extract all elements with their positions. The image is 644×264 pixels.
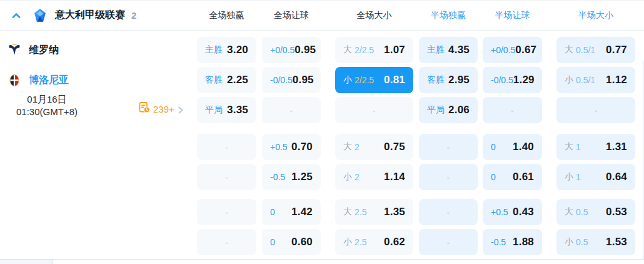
odds-value: 3.20 [227, 44, 248, 56]
odds-value: 1.29 [513, 74, 535, 86]
odds-cell[interactable]: 大20.75 [335, 134, 413, 160]
odds-value: 1.42 [291, 206, 313, 218]
odds-cell[interactable]: 平局2.06 [419, 97, 478, 123]
handicap-line: 2 [355, 142, 360, 152]
over-under-prefix: 大 [565, 206, 573, 218]
home-team-crest-icon [8, 43, 21, 57]
odds-cell[interactable]: 大0.5/10.77 [556, 37, 635, 63]
odds-cell[interactable]: 小2.50.62 [335, 229, 413, 255]
odds-cell-empty: - [197, 199, 256, 225]
odds-cell[interactable]: 平局3.35 [197, 97, 256, 123]
odds-label: +0/0.5 [491, 45, 515, 55]
odds-value: 0.60 [291, 236, 313, 248]
odds-value: 2.25 [227, 74, 248, 86]
odds-cell[interactable]: -0/0.51.29 [483, 67, 542, 93]
odds-value: 0.61 [513, 171, 534, 183]
empty-odds-dash: - [225, 173, 228, 182]
odds-grid: 主胜3.20+0/0.50.95大2/2.51.07主胜4.35+0/0.50.… [197, 31, 644, 259]
odds-cell-empty: - [197, 164, 256, 190]
handicap-line: 2.5 [355, 237, 366, 247]
league-header-left: 意大利甲级联赛 2 [0, 8, 197, 23]
odds-label: +0.5 [491, 207, 508, 217]
odds-cell[interactable]: 小0.51.53 [556, 229, 635, 255]
odds-cell[interactable]: 小21.14 [335, 164, 413, 190]
over-under-prefix: 小 [565, 74, 573, 86]
odds-value: 1.12 [606, 74, 627, 86]
match-meta-row: 01月16日 01:30(GMT+8) 239+ [0, 93, 197, 121]
over-under-prefix: 小 [565, 171, 573, 183]
odds-value: 0.95 [293, 74, 314, 86]
odds-value: 3.35 [227, 104, 248, 116]
odds-cell[interactable]: 主胜4.35 [419, 37, 478, 63]
odds-cell[interactable]: -0/0.50.95 [262, 67, 321, 93]
odds-row: 平局3.35--平局2.06-- [197, 97, 644, 123]
odds-value: 2.06 [448, 104, 470, 116]
handicap-label: 大0.5/1 [565, 44, 595, 56]
handicap-label: 大0.5 [565, 206, 588, 218]
odds-label: 0 [270, 237, 275, 247]
empty-odds-dash: - [225, 238, 228, 247]
odds-cell[interactable]: 大11.31 [556, 134, 635, 160]
odds-label: -0/0.5 [270, 75, 293, 85]
odds-row: --0.51.25小21.14-00.61小10.64 [197, 164, 644, 190]
next-section-edge [0, 259, 644, 264]
odds-cell[interactable]: 小2/2.50.81 [335, 67, 413, 93]
empty-odds-dash: - [447, 208, 450, 217]
odds-value: 0.77 [606, 44, 627, 56]
odds-cell[interactable]: 01.42 [262, 199, 321, 225]
odds-value: 0.67 [515, 44, 536, 56]
odds-cell[interactable]: 大0.50.53 [556, 199, 635, 225]
odds-cell[interactable]: 大2/2.51.07 [335, 37, 413, 63]
match-card: 维罗纳 博洛尼亚 01月16日 01:30(GMT+8) [0, 31, 644, 264]
empty-odds-dash: - [290, 106, 293, 115]
odds-cell[interactable]: +0.50.43 [483, 199, 542, 225]
league-logo-icon [33, 8, 48, 23]
odds-cell[interactable]: 00.60 [262, 229, 321, 255]
odds-cell-empty: - [556, 97, 635, 123]
away-team-row: 博洛尼亚 [8, 67, 69, 93]
over-under-prefix: 小 [343, 236, 352, 248]
league-name: 意大利甲级联赛 [55, 9, 125, 22]
odds-cell-empty: - [483, 97, 542, 123]
odds-label: 0 [491, 172, 496, 182]
odds-value: 0.75 [384, 141, 405, 153]
odds-label: -0/0.5 [491, 75, 513, 85]
more-markets-button[interactable]: 239+ [139, 102, 184, 116]
handicap-line: 2.5 [355, 207, 366, 217]
match-datetime: 01月16日 01:30(GMT+8) [0, 93, 94, 118]
handicap-line: 2/2.5 [355, 75, 374, 85]
odds-cell[interactable]: 主胜3.20 [197, 37, 256, 63]
odds-cell[interactable]: -0.51.88 [483, 229, 542, 255]
odds-cell[interactable]: -0.51.25 [262, 164, 321, 190]
odds-page: 意大利甲级联赛 2 全场独赢 全场让球 全场大小 半场独赢 半场让球 半场大小 … [0, 0, 644, 264]
league-header: 意大利甲级联赛 2 全场独赢 全场让球 全场大小 半场独赢 半场让球 半场大小 [0, 1, 644, 31]
odds-cell[interactable]: +0.50.70 [262, 134, 321, 160]
odds-value: 1.31 [606, 141, 627, 153]
odds-label: 客胜 [205, 74, 223, 86]
collapse-chevron-up-icon[interactable] [10, 9, 23, 22]
away-team-name: 博洛尼亚 [29, 74, 69, 87]
home-team-name: 维罗纳 [29, 44, 59, 57]
handicap-label: 小0.5 [565, 236, 588, 248]
odds-value: 1.07 [384, 44, 405, 56]
odds-cell[interactable]: 小0.5/11.12 [556, 67, 635, 93]
odds-value: 1.14 [384, 171, 405, 183]
odds-label: +0.5 [270, 142, 288, 152]
handicap-label: 大1 [565, 141, 581, 153]
odds-cell[interactable]: 01.40 [483, 134, 542, 160]
handicap-line: 2/2.5 [355, 45, 374, 55]
odds-cell[interactable]: +0/0.50.95 [262, 37, 321, 63]
handicap-line: 0.5/1 [576, 75, 595, 85]
odds-row: 主胜3.20+0/0.50.95大2/2.51.07主胜4.35+0/0.50.… [197, 37, 644, 63]
odds-cell[interactable]: 00.61 [483, 164, 542, 190]
handicap-label: 小1 [565, 171, 581, 183]
odds-cell[interactable]: +0/0.50.67 [483, 37, 542, 63]
match-date: 01月16日 [0, 93, 94, 106]
odds-cell[interactable]: 客胜2.95 [419, 67, 478, 93]
odds-cell[interactable]: 客胜2.25 [197, 67, 256, 93]
odds-value: 0.53 [606, 206, 627, 218]
over-under-prefix: 大 [343, 44, 352, 56]
odds-cell[interactable]: 大2.51.35 [335, 199, 413, 225]
odds-value: 0.43 [513, 206, 534, 218]
odds-cell[interactable]: 小10.64 [556, 164, 635, 190]
